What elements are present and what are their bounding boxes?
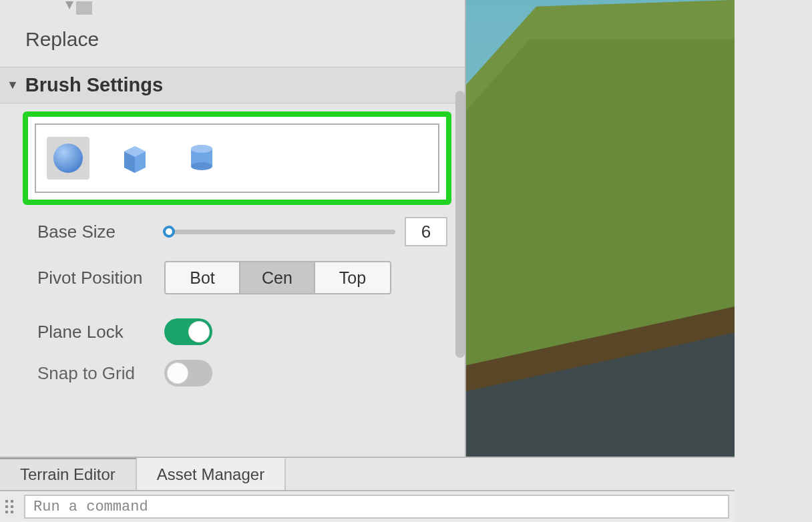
base-size-row: Base Size 6 [37,217,447,246]
pivot-cen-button[interactable]: Cen [240,262,315,293]
terrain-editor-panel: Replace ▼ Brush Settings [0,0,465,457]
plane-lock-label: Plane Lock [37,322,164,342]
slider-thumb[interactable] [163,226,175,238]
panel-tabs: Terrain Editor Asset Manager [0,457,735,490]
snap-to-grid-label: Snap to Grid [37,363,164,384]
panel-scrollbar[interactable] [455,91,465,358]
pivot-position-row: Pivot Position Bot Cen Top [37,261,447,294]
command-input[interactable]: Run a command [24,495,729,519]
command-bar: Run a command [0,490,735,522]
snap-to-grid-row: Snap to Grid [37,360,447,386]
section-title: Brush Settings [25,74,163,96]
section-header-brush-settings[interactable]: ▼ Brush Settings [0,67,465,103]
pivot-top-button[interactable]: Top [315,262,390,293]
plane-lock-row: Plane Lock [37,318,447,345]
plane-lock-toggle[interactable] [164,318,212,345]
pivot-position-segmented: Bot Cen Top [164,261,391,294]
cube-icon [118,141,152,176]
sphere-icon [51,141,85,176]
svg-rect-1 [76,1,92,15]
brush-shape-cube[interactable] [114,137,156,180]
brush-shape-cylinder[interactable] [180,137,223,180]
scrollbar-thumb[interactable] [455,91,465,358]
svg-point-8 [191,162,212,170]
svg-point-9 [191,145,212,153]
pivot-bot-button[interactable]: Bot [166,262,240,293]
svg-marker-0 [65,1,73,9]
base-size-label: Base Size [37,222,164,242]
drag-handle-icon[interactable] [5,500,17,513]
3d-viewport[interactable] [465,0,735,457]
base-size-slider[interactable] [164,226,395,238]
tab-asset-manager[interactable]: Asset Manager [137,458,286,490]
brush-shape-picker-highlight [23,111,451,205]
base-size-input[interactable]: 6 [405,217,447,246]
snap-to-grid-toggle[interactable] [164,360,212,386]
svg-point-2 [53,144,83,173]
tool-label-replace: Replace [25,28,459,51]
pivot-position-label: Pivot Position [37,268,164,288]
brush-shape-sphere[interactable] [47,137,89,180]
tool-icon [51,0,104,19]
brush-shape-row [35,123,439,193]
collapse-triangle-icon: ▼ [7,78,19,92]
cylinder-icon [184,141,219,176]
terrain-preview [466,0,735,457]
tab-terrain-editor[interactable]: Terrain Editor [0,458,137,490]
